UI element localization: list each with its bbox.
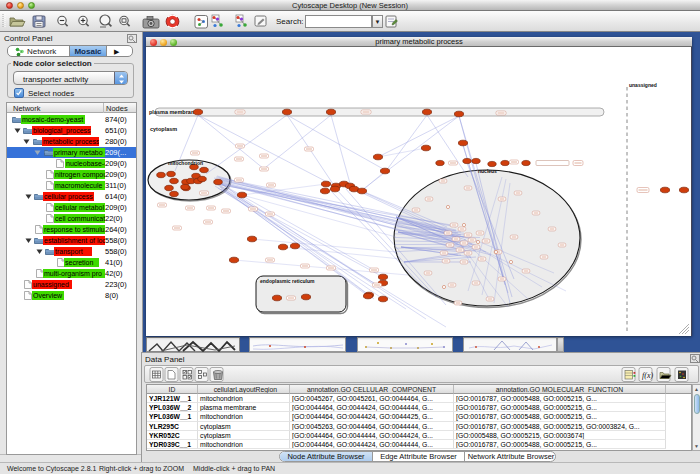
svg-text:cytoplasm: cytoplasm — [150, 126, 177, 132]
svg-text:nucleus: nucleus — [478, 168, 497, 174]
svg-text:mitochondrion: mitochondrion — [168, 160, 203, 166]
svg-text:plasma membrane: plasma membrane — [149, 109, 197, 115]
svg-text:f(x): f(x) — [642, 371, 653, 380]
svg-text:unassigned: unassigned — [629, 82, 657, 88]
svg-text:endoplasmic reticulum: endoplasmic reticulum — [260, 278, 315, 284]
